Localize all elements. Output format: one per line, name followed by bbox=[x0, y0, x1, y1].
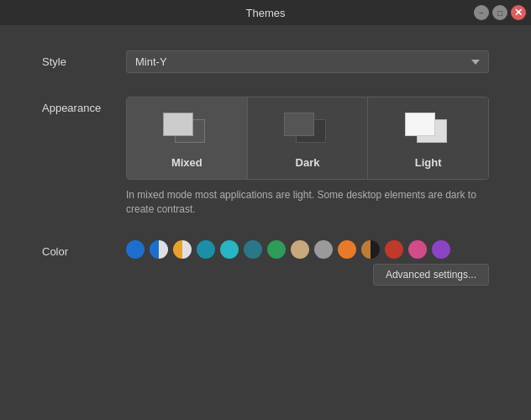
swatch-pink[interactable] bbox=[408, 240, 427, 259]
appearance-content: Mixed Dark bbox=[126, 97, 489, 217]
color-label: Color bbox=[42, 240, 109, 258]
swatch-green[interactable] bbox=[267, 240, 286, 259]
swatch-tan[interactable] bbox=[291, 240, 309, 259]
light-theme-icon bbox=[405, 113, 452, 148]
swatch-purple[interactable] bbox=[432, 240, 450, 259]
color-row: Color bbox=[42, 240, 489, 286]
dark-theme-icon bbox=[284, 113, 331, 148]
main-content: Style Mint-Y Mint-Y-Dark Mint-Y-Darker M… bbox=[0, 25, 531, 420]
swatch-orange[interactable] bbox=[338, 240, 356, 259]
color-swatches bbox=[126, 240, 489, 259]
appearance-light[interactable]: Light bbox=[368, 97, 488, 179]
style-content: Mint-Y Mint-Y-Dark Mint-Y-Darker Mint-Y-… bbox=[126, 50, 489, 73]
swatch-teal[interactable] bbox=[197, 240, 215, 259]
dark-label: Dark bbox=[296, 156, 320, 169]
mixed-front-rect bbox=[163, 113, 193, 136]
dark-front-rect bbox=[284, 113, 314, 136]
style-dropdown[interactable]: Mint-Y Mint-Y-Dark Mint-Y-Darker Mint-Y-… bbox=[126, 50, 489, 73]
swatch-cyan[interactable] bbox=[220, 240, 239, 259]
appearance-description: In mixed mode most applications are ligh… bbox=[126, 188, 489, 217]
maximize-button[interactable]: □ bbox=[492, 5, 507, 20]
color-content: Advanced settings... bbox=[126, 240, 489, 286]
appearance-row: Appearance Mixed bbox=[42, 97, 489, 217]
mixed-label: Mixed bbox=[171, 156, 202, 169]
appearance-label: Appearance bbox=[42, 97, 109, 114]
close-button[interactable]: ✕ bbox=[511, 5, 526, 20]
swatch-red[interactable] bbox=[385, 240, 403, 259]
window-title: Themes bbox=[246, 7, 286, 19]
style-label: Style bbox=[42, 50, 109, 68]
mixed-theme-icon bbox=[163, 113, 210, 148]
swatch-dark-teal[interactable] bbox=[244, 240, 262, 259]
swatch-gray[interactable] bbox=[314, 240, 333, 259]
minimize-button[interactable]: − bbox=[474, 5, 489, 20]
appearance-options: Mixed Dark bbox=[126, 97, 489, 180]
swatch-yellow-half[interactable] bbox=[173, 240, 192, 259]
advanced-row: Advanced settings... bbox=[126, 264, 489, 286]
window: Themes − □ ✕ Style Mint-Y Mint-Y-Dark Mi… bbox=[0, 0, 531, 420]
swatch-brown-half[interactable] bbox=[361, 240, 380, 259]
light-label: Light bbox=[415, 156, 442, 169]
style-row: Style Mint-Y Mint-Y-Dark Mint-Y-Darker M… bbox=[42, 50, 489, 73]
light-front-rect bbox=[405, 113, 435, 136]
titlebar: Themes − □ ✕ bbox=[0, 0, 531, 25]
swatch-blue-half[interactable] bbox=[150, 240, 168, 259]
window-controls: − □ ✕ bbox=[474, 5, 526, 20]
appearance-dark[interactable]: Dark bbox=[248, 97, 369, 179]
advanced-settings-button[interactable]: Advanced settings... bbox=[373, 264, 489, 286]
swatch-blue-solid[interactable] bbox=[126, 240, 145, 259]
appearance-mixed[interactable]: Mixed bbox=[127, 97, 248, 179]
